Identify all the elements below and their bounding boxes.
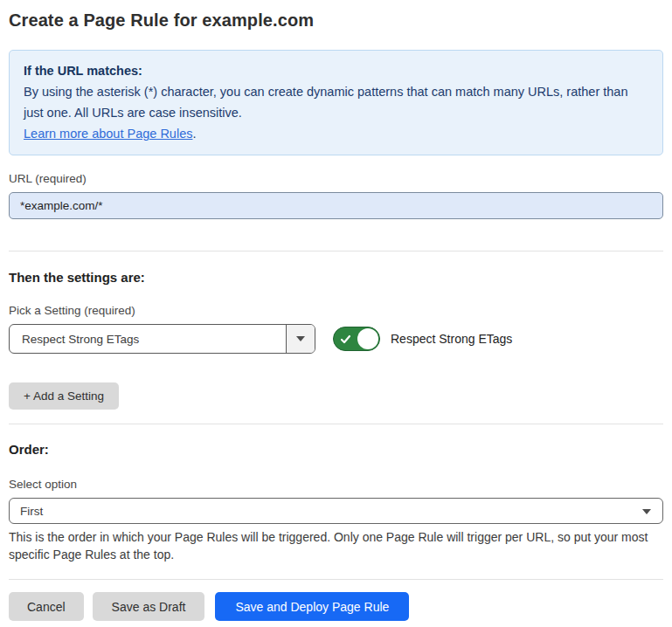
setting-select-arrow-button[interactable] — [286, 325, 315, 353]
toggle-knob — [357, 328, 378, 349]
order-select[interactable]: First — [9, 498, 663, 524]
page-rule-form: Create a Page Rule for example.com If th… — [0, 0, 672, 621]
info-box-heading: If the URL matches: — [24, 60, 648, 81]
save-and-deploy-button[interactable]: Save and Deploy Page Rule — [215, 592, 409, 621]
pick-setting-label: Pick a Setting (required) — [9, 304, 663, 317]
footer-actions: Cancel Save as Draft Save and Deploy Pag… — [9, 592, 663, 621]
info-box-body: By using the asterisk (*) character, you… — [24, 81, 648, 123]
divider — [9, 424, 663, 424]
url-label: URL (required) — [9, 172, 663, 185]
setting-select[interactable]: Respect Strong ETags — [9, 324, 315, 354]
chevron-down-icon — [296, 336, 305, 341]
divider — [9, 579, 663, 580]
settings-section-heading: Then the settings are: — [9, 270, 663, 285]
toggle-label: Respect Strong ETags — [391, 332, 512, 346]
chevron-down-icon — [642, 509, 651, 514]
order-select-label: Select option — [9, 478, 663, 491]
setting-toggle[interactable] — [333, 327, 380, 351]
order-section-heading: Order: — [9, 442, 663, 457]
url-input[interactable] — [9, 192, 663, 219]
url-matches-info-box: If the URL matches: By using the asteris… — [9, 50, 663, 155]
add-setting-button[interactable]: + Add a Setting — [9, 382, 119, 410]
cancel-button[interactable]: Cancel — [9, 592, 84, 621]
setting-row: Respect Strong ETags Respect Strong ETag… — [9, 324, 663, 354]
link-suffix: . — [192, 127, 196, 141]
info-box-link-line: Learn more about Page Rules. — [24, 123, 648, 144]
setting-select-value: Respect Strong ETags — [10, 325, 286, 353]
check-icon — [340, 334, 351, 345]
save-as-draft-button[interactable]: Save as Draft — [93, 592, 205, 621]
page-title: Create a Page Rule for example.com — [9, 10, 663, 31]
order-help-text: This is the order in which your Page Rul… — [9, 528, 663, 563]
order-select-value: First — [20, 505, 43, 518]
divider — [9, 251, 663, 251]
learn-more-link[interactable]: Learn more about Page Rules — [24, 127, 192, 141]
